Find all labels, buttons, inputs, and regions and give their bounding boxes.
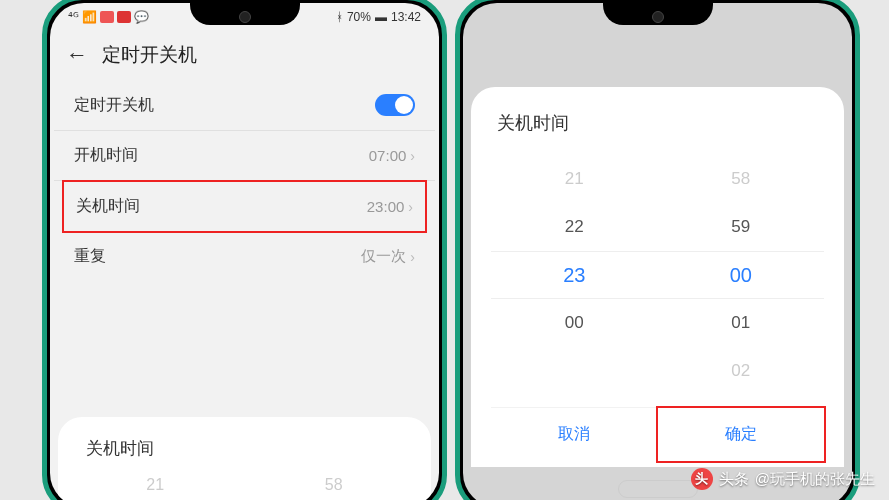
row-label: 定时开关机	[74, 95, 154, 116]
row-label: 重复	[74, 246, 106, 267]
minute-column[interactable]: 58 59 00 01 02	[658, 155, 825, 395]
battery-icon: ▬	[375, 10, 387, 24]
picker-item-selected[interactable]: 23	[491, 251, 658, 299]
dialog-buttons: 取消 确定	[491, 407, 824, 461]
row-value: 23:00	[367, 198, 405, 215]
bottom-sheet-preview: 关机时间 21 58	[58, 417, 431, 500]
time-picker[interactable]: 21 22 23 00 58 59 00 01 02	[491, 155, 824, 395]
watermark-prefix: 头条	[719, 470, 749, 489]
row-label: 关机时间	[76, 196, 140, 217]
screen-left: ⁴ᴳ 📶 💬 ᚼ 70% ▬ 13:42 ← 定时开关机 定时开关机	[50, 3, 439, 500]
phone-frame-left: ⁴ᴳ 📶 💬 ᚼ 70% ▬ 13:42 ← 定时开关机 定时开关机	[42, 0, 447, 500]
hour-column[interactable]: 21 22 23 00	[491, 155, 658, 395]
toggle-switch[interactable]	[375, 94, 415, 116]
time-picker-dialog: 关机时间 21 22 23 00 58 59 00 01 02	[471, 87, 844, 467]
dialog-title: 关机时间	[491, 111, 824, 155]
row-master-toggle[interactable]: 定时开关机	[54, 80, 435, 131]
chevron-right-icon: ›	[410, 249, 415, 265]
picker-item[interactable]: 22	[491, 203, 658, 251]
picker-item[interactable]: 21	[491, 155, 658, 203]
signal-icon: ⁴ᴳ	[68, 10, 79, 24]
watermark: 头 头条 @玩手机的张先生	[691, 468, 875, 490]
notch	[190, 3, 300, 25]
picker-item[interactable]: 00	[491, 299, 658, 347]
picker-item[interactable]	[491, 347, 658, 395]
row-label: 开机时间	[74, 145, 138, 166]
battery-percent: 70%	[347, 10, 371, 24]
row-power-off[interactable]: 关机时间 23:00 ›	[64, 183, 425, 230]
row-repeat[interactable]: 重复 仅一次 ›	[54, 232, 435, 281]
preview-min: 58	[325, 476, 343, 494]
wechat-icon: 💬	[134, 10, 149, 24]
watermark-icon: 头	[691, 468, 713, 490]
phone-frame-right: 关机时间 21 22 23 00 58 59 00 01 02	[455, 0, 860, 500]
app-badge-icon	[100, 11, 114, 23]
picker-item[interactable]: 58	[658, 155, 825, 203]
clock-text: 13:42	[391, 10, 421, 24]
bluetooth-icon: ᚼ	[336, 10, 343, 24]
highlight-box: 关机时间 23:00 ›	[62, 180, 427, 233]
page-title: 定时开关机	[102, 42, 197, 68]
signal-bars-icon: 📶	[82, 10, 97, 24]
app-badge-icon-2	[117, 11, 131, 23]
watermark-text: @玩手机的张先生	[755, 470, 875, 489]
nav-pill-icon[interactable]	[618, 480, 698, 498]
row-power-on[interactable]: 开机时间 07:00 ›	[54, 131, 435, 181]
chevron-right-icon: ›	[410, 148, 415, 164]
title-bar: ← 定时开关机	[50, 30, 439, 80]
confirm-button[interactable]: 确定	[656, 406, 826, 463]
preview-hour: 21	[146, 476, 164, 494]
back-arrow-icon[interactable]: ←	[66, 42, 88, 68]
picker-preview: 21 58	[66, 476, 423, 494]
cancel-button[interactable]: 取消	[491, 408, 658, 461]
sheet-title: 关机时间	[66, 437, 423, 476]
screen-right: 关机时间 21 22 23 00 58 59 00 01 02	[463, 3, 852, 500]
picker-item-selected[interactable]: 00	[658, 251, 825, 299]
picker-item[interactable]: 59	[658, 203, 825, 251]
picker-item[interactable]: 02	[658, 347, 825, 395]
chevron-right-icon: ›	[408, 199, 413, 215]
row-value: 07:00	[369, 147, 407, 164]
picker-item[interactable]: 01	[658, 299, 825, 347]
settings-list: 定时开关机 开机时间 07:00 › 关机时间 23:00 ›	[50, 80, 439, 281]
notch	[603, 3, 713, 25]
row-value: 仅一次	[361, 247, 406, 266]
